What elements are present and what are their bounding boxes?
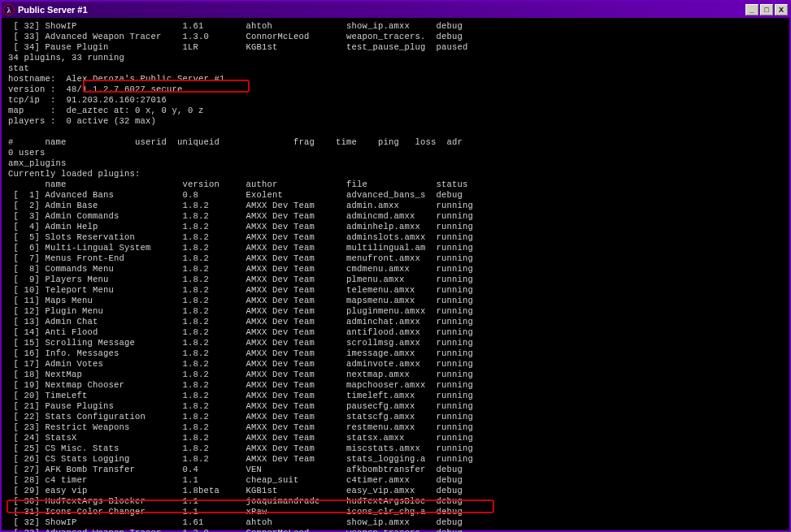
minimize-button[interactable]: _ [745,4,758,15]
titlebar[interactable]: λ Public Server #1 _ □ X [2,2,789,18]
title-left: λ Public Server #1 [3,4,88,15]
maximize-button[interactable]: □ [760,4,773,15]
window-title: Public Server #1 [18,5,88,15]
titlebar-buttons: _ □ X [745,4,788,15]
console-window: λ Public Server #1 _ □ X [ 32] ShowIP 1.… [0,0,791,532]
console-output[interactable]: [ 32] ShowIP 1.61 ahtoh show_ip.amxx deb… [2,18,789,532]
close-button[interactable]: X [775,4,788,15]
lambda-icon: λ [3,4,15,15]
